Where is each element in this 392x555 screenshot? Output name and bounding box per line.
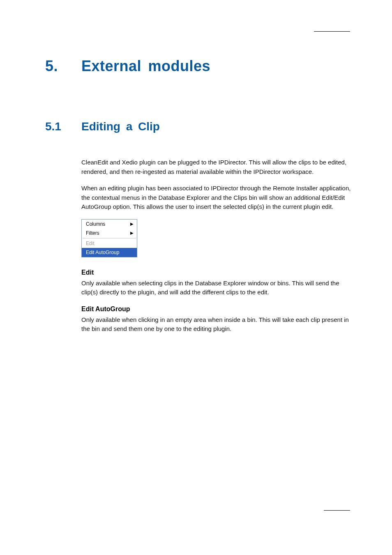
term-label: Edit AutoGroup (81, 305, 351, 313)
header-rule (314, 31, 350, 32)
context-menu-item-edit-autogroup[interactable]: Edit AutoGroup (82, 248, 137, 257)
context-menu-item-label: Filters (86, 230, 99, 236)
context-menu-item-label: Edit AutoGroup (86, 249, 119, 256)
term-edit: Edit Only available when selecting clips… (81, 269, 351, 297)
context-menu: Columns ▶ Filters ▶ Edit Edit AutoGroup (81, 219, 137, 257)
heading-2-title: Editing a Clip (81, 120, 160, 133)
context-menu-item-label: Edit (86, 240, 95, 247)
context-menu-item-edit: Edit (82, 239, 137, 248)
intro-paragraph-1: CleanEdit and Xedio plugin can be plugge… (81, 158, 351, 176)
term-label: Edit (81, 269, 351, 276)
footer-rule (324, 510, 350, 511)
term-edit-autogroup: Edit AutoGroup Only available when click… (81, 305, 351, 334)
context-menu-separator (83, 238, 136, 238)
intro-paragraph-2: When an editing plugin has been associat… (81, 184, 351, 212)
submenu-arrow-icon: ▶ (130, 222, 134, 226)
heading-1-title: External modules (81, 58, 210, 75)
heading-2: 5.1 Editing a Clip (45, 120, 351, 133)
context-menu-item-label: Columns (86, 221, 105, 227)
term-description: Only available when clicking in an empty… (81, 315, 351, 334)
heading-2-number: 5.1 (45, 120, 81, 133)
submenu-arrow-icon: ▶ (130, 231, 134, 235)
term-description: Only available when selecting clips in t… (81, 279, 351, 297)
heading-1: 5. External modules (45, 58, 351, 75)
heading-1-number: 5. (45, 58, 81, 75)
context-menu-item-columns[interactable]: Columns ▶ (82, 220, 137, 229)
context-menu-item-filters[interactable]: Filters ▶ (82, 229, 137, 238)
